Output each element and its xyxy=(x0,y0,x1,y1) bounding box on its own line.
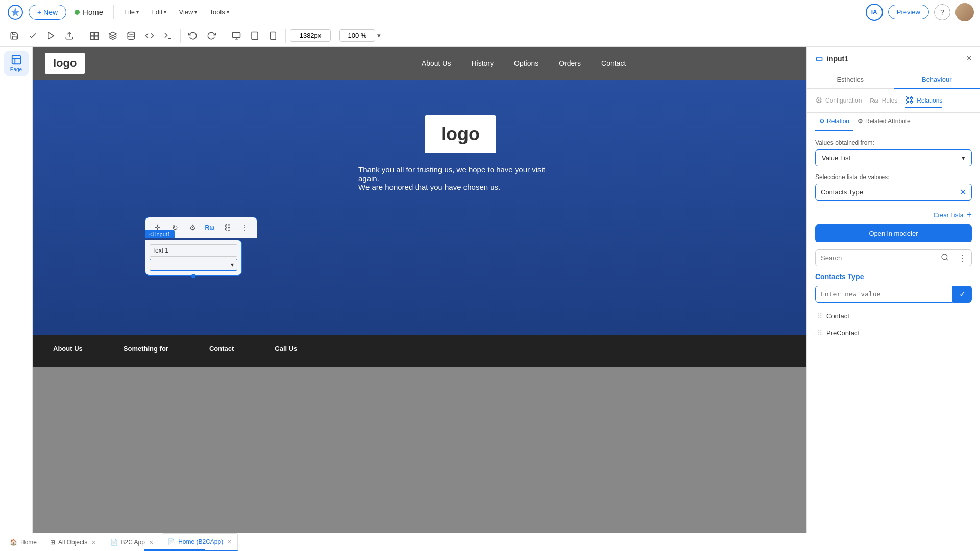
open-in-modeler-button[interactable]: Open in modeler xyxy=(815,224,972,242)
search-button[interactable] xyxy=(936,253,954,263)
preview-button[interactable]: Preview xyxy=(888,5,929,19)
svg-rect-10 xyxy=(233,32,240,38)
widget-select-field[interactable]: ▾ xyxy=(150,259,237,271)
b2c-app-close-icon[interactable]: × xyxy=(148,538,154,546)
tools-menu[interactable]: Tools ▾ xyxy=(205,6,233,18)
bottom-tab-all-objects[interactable]: ⊞ All Objects × xyxy=(44,533,103,551)
sidebar-page-label: Page xyxy=(10,67,22,72)
configuration-icon: ⚙ xyxy=(815,95,822,105)
home-label: Home xyxy=(70,8,107,16)
nav-orders[interactable]: Orders xyxy=(559,59,581,67)
code-block-button[interactable] xyxy=(160,28,176,44)
ia-button[interactable]: IA xyxy=(866,4,883,21)
zoom-input[interactable] xyxy=(339,29,375,42)
seleccione-lista-input[interactable] xyxy=(816,184,954,200)
bottom-tab-b2c-app[interactable]: 📄 B2C App × xyxy=(105,533,160,551)
bottom-tab-home[interactable]: 🏠 Home xyxy=(4,533,42,551)
svg-line-21 xyxy=(946,259,948,260)
tab-esthetics[interactable]: Esthetics xyxy=(807,70,894,89)
svg-rect-4 xyxy=(95,32,99,36)
toolbar-sep-4 xyxy=(224,29,224,43)
edit-menu[interactable]: Edit ▾ xyxy=(147,6,170,18)
values-obtained-label: Values obtained from: xyxy=(815,139,972,146)
new-value-confirm-button[interactable]: ✓ xyxy=(953,286,972,303)
left-sidebar: Page xyxy=(0,47,33,551)
nav-contact[interactable]: Contact xyxy=(601,59,626,67)
tab-behaviour[interactable]: Behaviour xyxy=(894,70,981,89)
contacts-type-section: Contacts Type ✓ ⠿ Contact ⠿ PreContact xyxy=(815,272,972,341)
code-button[interactable] xyxy=(141,28,158,44)
play-button[interactable] xyxy=(43,28,59,44)
widget-body[interactable]: Text 1 ▾ xyxy=(145,240,242,276)
new-value-input[interactable] xyxy=(815,286,953,303)
new-button[interactable]: + New xyxy=(29,5,66,20)
zoom-chevron-icon[interactable]: ▾ xyxy=(377,32,381,39)
panel-close-button[interactable]: × xyxy=(966,53,972,64)
view-menu[interactable]: View ▾ xyxy=(175,6,201,18)
contacts-type-title: Contacts Type xyxy=(815,272,972,281)
widget-relation-btn[interactable]: ⛓ xyxy=(220,220,234,235)
layers-button[interactable] xyxy=(105,28,121,44)
bottom-tabs: 🏠 Home ⊞ All Objects × 📄 B2C App × 📄 Hom… xyxy=(0,533,980,551)
seleccione-lista-clear-button[interactable]: ✕ xyxy=(954,187,971,197)
desktop-view-button[interactable] xyxy=(228,28,244,44)
nav-options[interactable]: Options xyxy=(514,59,538,67)
drag-handle-contact[interactable]: ⠿ xyxy=(817,312,822,320)
mobile-view-button[interactable] xyxy=(265,28,281,44)
file-menu[interactable]: File ▾ xyxy=(120,6,143,18)
save-button[interactable] xyxy=(6,28,22,44)
user-avatar[interactable] xyxy=(955,3,974,21)
relations-icon: ⛓ xyxy=(905,96,914,105)
seleccione-lista-label: Seleccione lista de valores: xyxy=(815,173,972,181)
search-more-button[interactable]: ⋮ xyxy=(954,253,971,264)
subtab-relations[interactable]: ⛓ Relations xyxy=(905,94,942,108)
seleccione-lista-row: Seleccione lista de valores: ✕ xyxy=(815,173,972,201)
svg-rect-3 xyxy=(91,32,94,36)
top-toolbar: + New Home File ▾ Edit ▾ View ▾ Tools ▾ … xyxy=(0,0,980,24)
values-obtained-chevron-icon: ▾ xyxy=(962,154,965,162)
tablet-view-button[interactable] xyxy=(247,28,263,44)
widget-text-field: Text 1 xyxy=(150,244,237,257)
bottom-tab-home-b2capp[interactable]: 📄 Home (B2CApp) × xyxy=(162,533,238,551)
check-button[interactable] xyxy=(24,28,41,44)
home-b2capp-close-icon[interactable]: × xyxy=(226,538,232,546)
widget-select-chevron-icon: ▾ xyxy=(231,261,234,268)
widget-rules-btn[interactable]: Rω xyxy=(203,220,217,235)
help-button[interactable]: ? xyxy=(934,4,950,20)
export-button[interactable] xyxy=(61,28,78,44)
drag-handle-precontact[interactable]: ⠿ xyxy=(817,329,822,337)
search-row: ⋮ xyxy=(815,249,972,266)
nav-about-us[interactable]: About Us xyxy=(422,59,451,67)
content-tab-relation[interactable]: ⚙ Relation xyxy=(815,113,853,131)
redo-button[interactable] xyxy=(203,28,219,44)
undo-button[interactable] xyxy=(185,28,201,44)
app-logo-icon[interactable] xyxy=(6,3,24,21)
rules-icon: Rω xyxy=(870,97,878,104)
widget-config-btn[interactable]: ⚙ xyxy=(185,220,200,235)
right-panel: ▭ input1 × Esthetics Behaviour ⚙ Configu… xyxy=(806,47,980,551)
panel-title-icon: ▭ xyxy=(815,54,823,63)
widget-more-btn[interactable]: ⋮ xyxy=(237,220,252,235)
content-tabs: ⚙ Relation ⚙ Related Attribute xyxy=(807,113,980,131)
b2c-app-tab-icon: 📄 xyxy=(110,539,118,546)
sub-tabs: ⚙ Configuration Rω Rules ⛓ Relations xyxy=(807,89,980,113)
panel-title: ▭ input1 xyxy=(815,54,848,63)
site-nav-logo: logo xyxy=(45,53,85,74)
data-button[interactable] xyxy=(123,28,139,44)
subtab-rules[interactable]: Rω Rules xyxy=(870,95,897,107)
toolbar-sep-5 xyxy=(285,29,286,43)
svg-point-20 xyxy=(942,254,947,260)
nav-history[interactable]: History xyxy=(471,59,494,67)
search-input[interactable] xyxy=(816,250,936,266)
content-tab-related-attribute[interactable]: ⚙ Related Attribute xyxy=(853,113,915,131)
components-button[interactable] xyxy=(86,28,103,44)
sidebar-item-page[interactable]: Page xyxy=(4,51,29,76)
width-input[interactable] xyxy=(290,29,331,42)
footer-col-1: About Us xyxy=(53,345,83,357)
all-objects-close-icon[interactable]: × xyxy=(90,538,96,546)
subtab-configuration[interactable]: ⚙ Configuration xyxy=(815,93,862,108)
values-obtained-select[interactable]: Value List ▾ xyxy=(815,149,972,166)
crear-lista-button[interactable]: + xyxy=(966,210,972,220)
toolbar-right: IA Preview ? xyxy=(866,3,974,21)
toolbar-sep-2 xyxy=(82,29,82,43)
